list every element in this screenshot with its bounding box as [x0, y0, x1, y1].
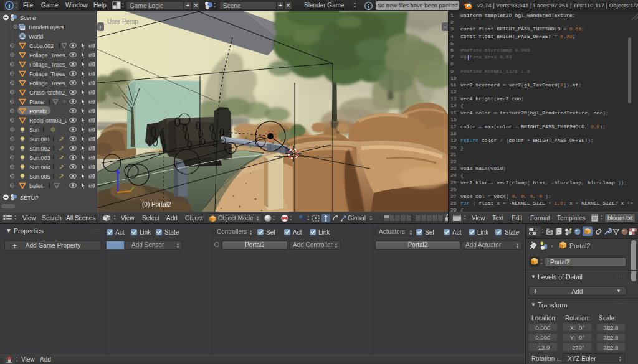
svg-text:Foliage_Trees_0: Foliage_Trees_0 — [29, 52, 71, 58]
svg-text:Sun.002: Sun.002 — [29, 146, 50, 152]
svg-text:Cube.002: Cube.002 — [29, 43, 54, 49]
svg-text:GrassPatch02_L: GrassPatch02_L — [29, 90, 71, 96]
svg-text:SETUP: SETUP — [20, 195, 39, 201]
svg-text:Foliage_Trees_0: Foliage_Trees_0 — [29, 80, 71, 86]
svg-text:Foliage_Trees_0: Foliage_Trees_0 — [29, 71, 71, 77]
svg-text:bullet: bullet — [29, 183, 43, 189]
svg-text:Portal2: Portal2 — [569, 242, 590, 250]
svg-text:RenderLayers: RenderLayers — [29, 24, 64, 30]
svg-text:Sun.003: Sun.003 — [29, 155, 50, 161]
svg-text:Sun.004: Sun.004 — [29, 164, 50, 170]
svg-text:Sun.001: Sun.001 — [29, 136, 50, 142]
svg-text:RockForm03_LF: RockForm03_LF — [29, 118, 72, 124]
svg-text:i: i — [368, 2, 369, 9]
svg-text:(0) Portal2: (0) Portal2 — [142, 201, 171, 208]
svg-text:Scene: Scene — [20, 15, 36, 21]
svg-text:+: + — [444, 24, 447, 30]
svg-text:Portal2: Portal2 — [29, 108, 47, 114]
svg-text:World: World — [29, 34, 43, 40]
svg-text:Foliage_Trees_0: Foliage_Trees_0 — [29, 62, 71, 68]
svg-text:Sun: Sun — [29, 127, 39, 133]
svg-text:+: + — [99, 24, 102, 30]
svg-text:i: i — [9, 2, 11, 9]
svg-text:Sun.005: Sun.005 — [29, 174, 50, 180]
svg-text:Plane: Plane — [29, 99, 44, 105]
svg-text:User Persp: User Persp — [107, 18, 138, 25]
